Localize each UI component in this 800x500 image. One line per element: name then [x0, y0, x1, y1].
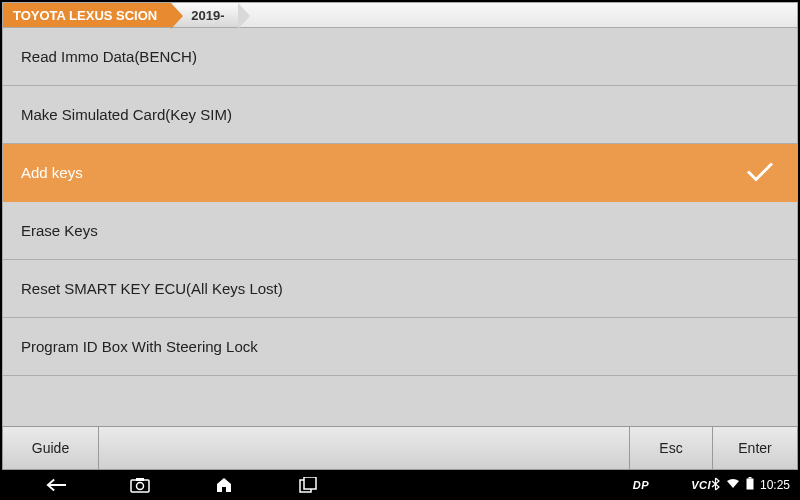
vci-label[interactable]: VCI [691, 479, 711, 491]
svg-point-2 [137, 483, 144, 490]
battery-icon [746, 477, 754, 493]
breadcrumb: TOYOTA LEXUS SCION 2019- [2, 2, 798, 28]
menu-item-label: Reset SMART KEY ECU(All Keys Lost) [21, 280, 283, 297]
menu-item-read-immo[interactable]: Read Immo Data(BENCH) [3, 28, 797, 86]
svg-rect-1 [136, 478, 144, 481]
breadcrumb-label: 2019- [191, 8, 224, 23]
esc-button[interactable]: Esc [629, 427, 713, 469]
menu-item-label: Erase Keys [21, 222, 98, 239]
bluetooth-icon [711, 477, 720, 494]
menu-list: Read Immo Data(BENCH) Make Simulated Car… [2, 28, 798, 426]
menu-item-reset-smart-key[interactable]: Reset SMART KEY ECU(All Keys Lost) [3, 260, 797, 318]
system-navbar: DP VCI 10:25 [0, 470, 800, 500]
menu-item-label: Read Immo Data(BENCH) [21, 48, 197, 65]
menu-item-erase-keys[interactable]: Erase Keys [3, 202, 797, 260]
button-label: Guide [32, 440, 69, 456]
menu-item-label: Add keys [21, 164, 83, 181]
camera-icon[interactable] [130, 475, 150, 495]
clock-time: 10:25 [760, 478, 790, 492]
menu-item-add-keys[interactable]: Add keys [3, 144, 797, 202]
breadcrumb-label: TOYOTA LEXUS SCION [13, 8, 157, 23]
enter-button[interactable]: Enter [713, 427, 797, 469]
wifi-icon [726, 478, 740, 492]
button-label: Esc [659, 440, 682, 456]
back-icon[interactable] [46, 475, 66, 495]
breadcrumb-segment-vehicle[interactable]: TOYOTA LEXUS SCION [3, 3, 171, 27]
button-bar: Guide Esc Enter [2, 426, 798, 470]
svg-rect-6 [746, 479, 753, 490]
menu-item-make-simulated[interactable]: Make Simulated Card(Key SIM) [3, 86, 797, 144]
svg-rect-5 [748, 477, 751, 479]
menu-item-program-id-box[interactable]: Program ID Box With Steering Lock [3, 318, 797, 376]
menu-item-label: Program ID Box With Steering Lock [21, 338, 258, 355]
dp-label[interactable]: DP [633, 479, 649, 491]
button-label: Enter [738, 440, 771, 456]
home-icon[interactable] [214, 475, 234, 495]
checkmark-icon [745, 160, 775, 185]
button-bar-spacer [99, 427, 629, 469]
menu-item-label: Make Simulated Card(Key SIM) [21, 106, 232, 123]
recent-apps-icon[interactable] [298, 475, 318, 495]
svg-rect-4 [304, 477, 316, 489]
guide-button[interactable]: Guide [3, 427, 99, 469]
